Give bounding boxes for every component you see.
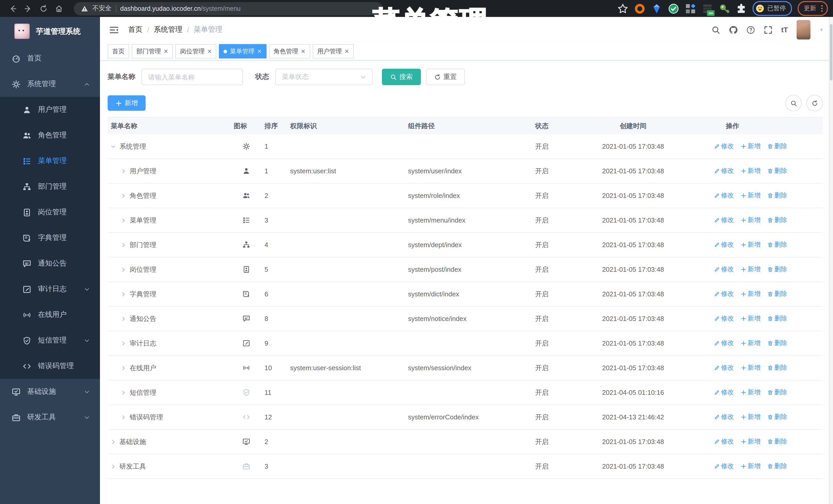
sidebar-logo-row[interactable]: 芋道管理系统 (0, 17, 100, 46)
sidebar-item-org[interactable]: 部门管理 (0, 174, 100, 199)
sidebar-item-book[interactable]: 字典管理 (0, 225, 100, 251)
chev-right-icon[interactable] (121, 365, 126, 370)
row-delete-link[interactable]: 删除 (767, 314, 787, 323)
extension-blue-gem-icon[interactable] (651, 3, 662, 14)
tab-角色管理[interactable]: 角色管理✕ (269, 44, 310, 58)
row-delete-link[interactable]: 删除 (767, 167, 787, 175)
row-edit-link[interactable]: 修改 (714, 437, 734, 446)
url-text[interactable]: dashboard.yudao.iocoder.cn/system/menu (120, 5, 241, 12)
row-delete-link[interactable]: 删除 (767, 363, 787, 372)
row-delete-link[interactable]: 删除 (767, 437, 787, 446)
row-add-link[interactable]: 新增 (740, 388, 760, 397)
row-edit-link[interactable]: 修改 (714, 314, 734, 323)
breadcrumb-home[interactable]: 首页 (128, 25, 143, 34)
extension-orange-ring-icon[interactable] (634, 3, 645, 14)
chev-right-icon[interactable] (121, 218, 126, 223)
fullscreen-icon[interactable] (764, 25, 772, 34)
row-delete-link[interactable]: 删除 (767, 388, 787, 397)
row-edit-link[interactable]: 修改 (714, 339, 734, 347)
reload-icon[interactable] (36, 1, 51, 16)
sidebar-item-users[interactable]: 角色管理 (0, 123, 100, 148)
avatar-caret-icon[interactable]: ▼ (819, 27, 824, 32)
search-button[interactable]: 搜索 (382, 69, 421, 85)
row-delete-link[interactable]: 删除 (767, 339, 787, 347)
browser-menu-icon[interactable] (821, 5, 823, 12)
row-delete-link[interactable]: 删除 (767, 216, 787, 224)
sidebar-item-toolbox[interactable]: 研发工具 (0, 405, 100, 430)
browser-update-button[interactable]: 更新 (798, 1, 828, 16)
extension-green-check-icon[interactable] (668, 3, 679, 14)
row-add-link[interactable]: 新增 (740, 142, 760, 151)
sidebar-item-shield[interactable]: 短信管理 (0, 328, 100, 353)
row-edit-link[interactable]: 修改 (714, 265, 734, 274)
row-delete-link[interactable]: 删除 (767, 142, 787, 151)
close-icon[interactable]: ✕ (257, 48, 262, 54)
row-delete-link[interactable]: 删除 (767, 265, 787, 274)
row-add-link[interactable]: 新增 (740, 216, 760, 224)
row-edit-link[interactable]: 修改 (714, 363, 734, 372)
status-select[interactable]: 菜单状态 (275, 69, 373, 85)
menu-name-input[interactable] (142, 69, 243, 85)
chev-right-icon[interactable] (111, 464, 116, 469)
sidebar-item-user[interactable]: 用户管理 (0, 97, 100, 123)
security-warning-icon[interactable] (81, 5, 88, 12)
extension-proxy-on-icon[interactable]: on (702, 3, 713, 14)
font-size-icon[interactable]: tT (781, 26, 788, 34)
row-add-link[interactable]: 新增 (740, 265, 760, 274)
row-edit-link[interactable]: 修改 (714, 388, 734, 397)
close-icon[interactable]: ✕ (207, 48, 212, 54)
sidebar-item-gear[interactable]: 系统管理 (0, 71, 100, 97)
row-delete-link[interactable]: 删除 (767, 462, 787, 471)
chev-right-icon[interactable] (121, 414, 126, 419)
row-edit-link[interactable]: 修改 (714, 167, 734, 175)
chev-right-icon[interactable] (121, 341, 126, 346)
chev-right-icon[interactable] (121, 242, 126, 247)
back-icon[interactable] (5, 1, 21, 16)
tab-菜单管理[interactable]: 菜单管理✕ (219, 44, 266, 58)
row-edit-link[interactable]: 修改 (714, 462, 734, 471)
close-icon[interactable]: ✕ (164, 48, 168, 54)
row-delete-link[interactable]: 删除 (767, 240, 787, 249)
row-add-link[interactable]: 新增 (740, 363, 760, 372)
row-edit-link[interactable]: 修改 (714, 413, 734, 422)
row-add-link[interactable]: 新增 (740, 314, 760, 323)
table-refresh-button[interactable] (806, 95, 823, 111)
row-add-link[interactable]: 新增 (740, 413, 760, 422)
tab-部门管理[interactable]: 部门管理✕ (132, 44, 173, 58)
tab-岗位管理[interactable]: 岗位管理✕ (175, 44, 216, 58)
sidebar-item-online[interactable]: 在线用户 (0, 302, 100, 328)
row-edit-link[interactable]: 修改 (714, 216, 734, 224)
sidebar-item-code[interactable]: 错误码管理 (0, 353, 100, 379)
scrollbar-thumb[interactable] (830, 24, 832, 80)
sidebar-item-log[interactable]: 审计日志 (0, 277, 100, 302)
github-icon[interactable] (729, 25, 738, 34)
sidebar-item-dashboard[interactable]: 首页 (0, 46, 100, 71)
home-icon[interactable] (51, 1, 67, 16)
row-delete-link[interactable]: 删除 (767, 290, 787, 298)
profile-paused-chip[interactable]: 已暂停 (753, 1, 792, 16)
address-bar[interactable]: 不安全 dashboard.yudao.iocoder.cn/system/me… (74, 2, 383, 15)
close-icon[interactable]: ✕ (301, 48, 305, 54)
row-add-link[interactable]: 新增 (740, 339, 760, 347)
chev-right-icon[interactable] (121, 316, 126, 321)
sidebar-item-badge[interactable]: 岗位管理 (0, 199, 100, 225)
chev-right-icon[interactable] (121, 168, 126, 173)
close-icon[interactable]: ✕ (344, 48, 349, 54)
row-delete-link[interactable]: 删除 (767, 191, 787, 200)
row-edit-link[interactable]: 修改 (714, 240, 734, 249)
chev-down-icon[interactable] (111, 144, 116, 149)
sidebar-item-menu-tree[interactable]: 菜单管理 (0, 148, 100, 174)
row-add-link[interactable]: 新增 (740, 462, 760, 471)
help-icon[interactable] (746, 25, 755, 34)
header-search-icon[interactable] (712, 25, 720, 34)
add-button[interactable]: 新增 (108, 95, 146, 111)
row-delete-link[interactable]: 删除 (767, 413, 787, 422)
bookmark-star-icon[interactable] (617, 3, 628, 14)
tab-首页[interactable]: 首页 (108, 44, 129, 58)
extensions-puzzle-icon[interactable] (736, 3, 747, 14)
row-edit-link[interactable]: 修改 (714, 290, 734, 298)
extension-grid-icon[interactable] (685, 3, 696, 14)
reset-button[interactable]: 重置 (426, 69, 465, 85)
chev-right-icon[interactable] (121, 267, 126, 272)
row-edit-link[interactable]: 修改 (714, 142, 734, 151)
